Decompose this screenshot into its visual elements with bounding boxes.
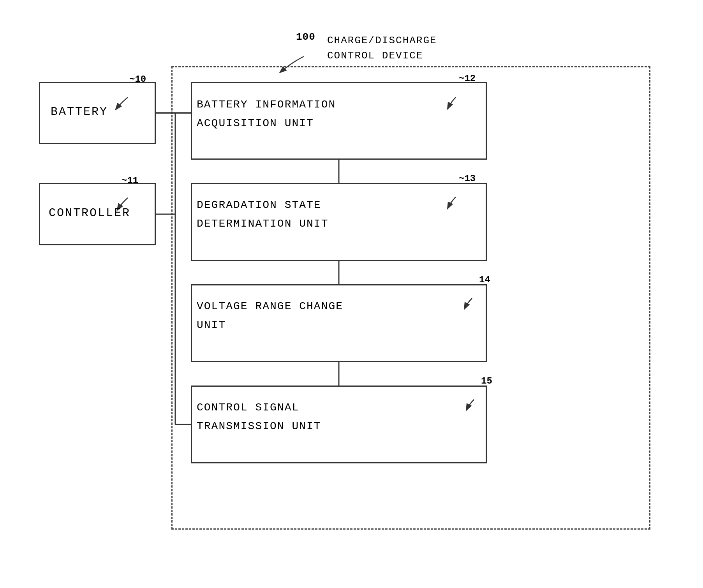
label-12: ~12	[459, 73, 476, 84]
label-11: ~11	[122, 175, 138, 186]
label-100: 100	[296, 31, 315, 43]
label-14: 14	[479, 275, 490, 285]
box13-text: DEGRADATION STATE DETERMINATION UNIT	[197, 196, 328, 233]
box15-text: CONTROL SIGNAL TRANSMISSION UNIT	[197, 398, 321, 435]
label-15: 15	[481, 376, 492, 386]
diagram: CHARGE/DISCHARGECONTROL DEVICE	[23, 19, 678, 565]
controller-label: CONTROLLER	[49, 206, 130, 220]
box14-text: VOLTAGE RANGE CHANGE UNIT	[197, 297, 343, 334]
box12-text: BATTERY INFORMATION ACQUISITION UNIT	[197, 95, 336, 132]
label-10: ~10	[129, 74, 146, 85]
label-13: ~13	[459, 173, 476, 184]
device-title: CHARGE/DISCHARGECONTROL DEVICE	[327, 33, 437, 63]
battery-label: BATTERY	[51, 105, 108, 118]
